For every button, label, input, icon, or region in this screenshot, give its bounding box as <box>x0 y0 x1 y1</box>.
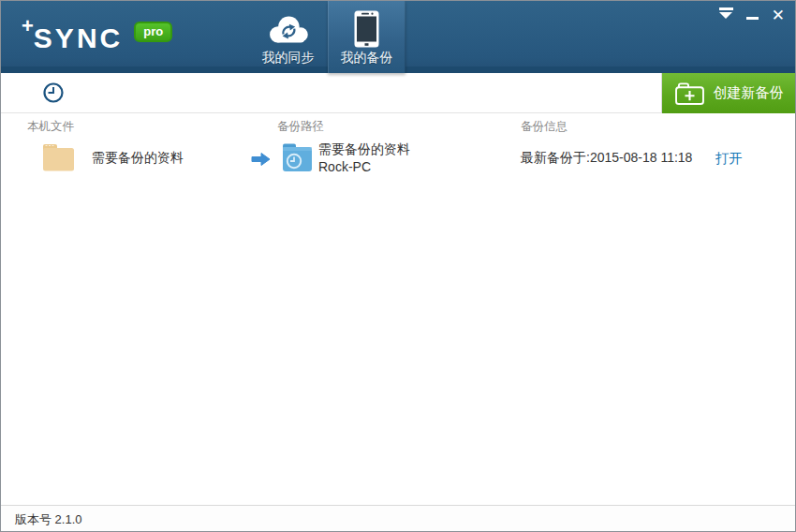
logo-plus: + <box>22 16 34 37</box>
folder-plus-icon <box>674 81 705 106</box>
backup-row: 需要备份的资料 需要备份的资料 Rock-PC 最新备份于:2 <box>1 114 795 195</box>
minimize-button[interactable] <box>744 15 760 22</box>
backup-history-button[interactable] <box>41 81 66 106</box>
last-backup-time: 最新备份于:2015-08-18 11:18 <box>521 150 692 167</box>
source-folder-name: 需要备份的资料 <box>92 150 184 167</box>
tab-label: 我的同步 <box>262 50 315 66</box>
target-folder-name: 需要备份的资料 <box>318 140 410 158</box>
main-tabs: 我的同步 我的备份 <box>248 1 405 73</box>
logo-text: SYNC <box>34 24 123 52</box>
tab-my-backup[interactable]: 我的备份 <box>328 1 405 73</box>
app-window: + SYNC pro 我的同步 <box>0 0 796 532</box>
target-device-name: Rock-PC <box>318 158 410 176</box>
app-logo: + SYNC pro <box>22 14 172 52</box>
statusbar: 版本号 2.1.0 <box>1 505 795 531</box>
tab-my-sync[interactable]: 我的同步 <box>248 1 328 73</box>
local-folder-icon <box>42 141 75 177</box>
titlebar: + SYNC pro 我的同步 <box>1 1 795 73</box>
backup-folder-icon <box>282 141 313 177</box>
window-controls: ✕ <box>717 6 787 25</box>
target-folder-block: 需要备份的资料 Rock-PC <box>318 140 410 176</box>
arrow-right-icon <box>251 152 271 170</box>
cloud-sync-icon <box>266 9 310 49</box>
phone-icon <box>354 9 379 49</box>
pro-badge: pro <box>134 22 172 42</box>
open-backup-link[interactable]: 打开 <box>715 150 743 168</box>
tab-label: 我的备份 <box>341 50 393 66</box>
toolbar: 创建新备份 <box>1 73 795 113</box>
dropdown-triangle-icon <box>719 7 733 10</box>
clock-icon <box>42 81 65 104</box>
create-backup-button[interactable]: 创建新备份 <box>662 73 795 113</box>
create-backup-label: 创建新备份 <box>714 84 784 102</box>
backup-list: 本机文件 备份路径 备份信息 需要备份的资料 <box>1 114 795 505</box>
window-menu-button[interactable] <box>717 6 735 21</box>
version-label: 版本号 2.1.0 <box>15 511 82 528</box>
minimize-icon <box>746 17 759 20</box>
close-button[interactable]: ✕ <box>770 6 787 25</box>
